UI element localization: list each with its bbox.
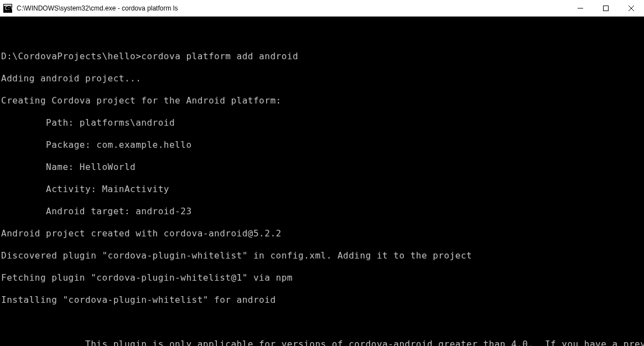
output-line: Activity: MainActivity bbox=[1, 184, 644, 195]
output-line: Name: HelloWorld bbox=[1, 162, 644, 173]
svg-rect-4 bbox=[604, 6, 609, 11]
prompt-line: D:\CordovaProjects\hello>cordova platfor… bbox=[1, 51, 644, 62]
output-line: Path: platforms\android bbox=[1, 117, 644, 128]
minimize-button[interactable] bbox=[568, 0, 593, 17]
window-title: C:\WINDOWS\system32\cmd.exe - cordova pl… bbox=[15, 4, 568, 12]
maximize-button[interactable] bbox=[593, 0, 619, 17]
window-titlebar: C:\ C:\WINDOWS\system32\cmd.exe - cordov… bbox=[0, 0, 644, 17]
output-line bbox=[1, 29, 644, 40]
output-line: Android target: android-23 bbox=[1, 206, 644, 217]
output-line: Creating Cordova project for the Android… bbox=[1, 95, 644, 106]
console-output[interactable]: D:\CordovaProjects\hello>cordova platfor… bbox=[0, 17, 644, 346]
prompt-command: cordova platform add android bbox=[141, 51, 298, 61]
output-line: This plugin is only applicable for versi… bbox=[1, 339, 644, 346]
output-line bbox=[1, 317, 644, 328]
svg-text:C:\: C:\ bbox=[5, 6, 12, 11]
prompt-path: D:\CordovaProjects\hello> bbox=[1, 51, 141, 61]
output-line: Installing "cordova-plugin-whitelist" fo… bbox=[1, 295, 644, 306]
output-line: Android project created with cordova-and… bbox=[1, 228, 644, 239]
cmd-icon: C:\ bbox=[3, 4, 12, 13]
output-line: Adding android project... bbox=[1, 73, 644, 84]
output-line: Discovered plugin "cordova-plugin-whitel… bbox=[1, 250, 644, 261]
output-line: Fetching plugin "cordova-plugin-whitelis… bbox=[1, 272, 644, 283]
window-controls bbox=[568, 0, 644, 17]
close-button[interactable] bbox=[619, 0, 644, 17]
output-line: Package: com.example.hello bbox=[1, 140, 644, 151]
